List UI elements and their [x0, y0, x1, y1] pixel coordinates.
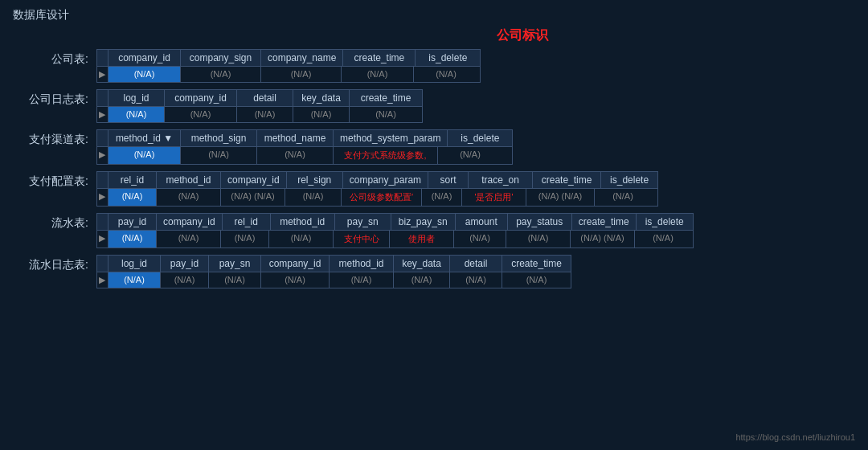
db-table: method_id ▼method_signmethod_namemethod_… — [96, 129, 513, 165]
cell-value: (N/A) — [330, 272, 394, 288]
table-label: 支付配置表: — [16, 171, 96, 189]
cell-value: (N/A) — [108, 231, 157, 248]
cell-value: (N/A) — [157, 189, 221, 206]
cell-value: 支付方式系统级参数, — [334, 147, 438, 164]
column-header: is_delete — [416, 50, 480, 66]
column-header: method_name — [257, 130, 334, 146]
table-label: 支付渠道表: — [16, 129, 96, 147]
column-header: trace_on — [469, 172, 533, 188]
column-header: method_sign — [181, 130, 257, 146]
column-header: key_data — [394, 256, 450, 272]
db-table: log_idcompany_iddetailkey_datacreate_tim… — [96, 89, 423, 123]
column-header: pay_sn — [335, 214, 391, 230]
cell-value: (N/A) (N/A) — [571, 231, 635, 248]
cell-value: '是否启用' — [462, 189, 526, 206]
cell-value: (N/A) — [595, 189, 651, 206]
column-header: biz_pay_sn — [391, 214, 456, 230]
cell-value: (N/A) — [108, 107, 165, 122]
column-header: method_id ▼ — [108, 130, 181, 146]
table-section: 支付配置表:rel_idmethod_idcompany_idrel_signc… — [16, 171, 852, 207]
cell-value: (N/A) (N/A) — [221, 189, 285, 206]
cell-value: (N/A) — [257, 147, 334, 164]
column-header: company_id — [108, 50, 181, 66]
column-header: company_id — [221, 172, 287, 188]
cell-value: (N/A) — [342, 67, 414, 82]
db-table: pay_idcompany_idrel_idmethod_idpay_snbiz… — [96, 213, 694, 248]
column-header: company_id — [165, 90, 237, 106]
cell-value: (N/A) — [181, 67, 261, 82]
cell-value: (N/A) — [157, 231, 221, 248]
footer-url: https://blog.csdn.net/liuzhirou1 — [735, 432, 855, 442]
cell-value: (N/A) — [506, 231, 571, 248]
table-section: 公司日志表:log_idcompany_iddetailkey_datacrea… — [16, 89, 852, 123]
cell-value: (N/A) — [237, 107, 293, 122]
cell-value: (N/A) — [454, 231, 506, 248]
table-label: 流水表: — [16, 213, 96, 231]
table-section: 流水日志表:log_idpay_idpay_sncompany_idmethod… — [16, 255, 852, 288]
cell-value: (N/A) — [414, 67, 478, 82]
page-title: 数据库设计 — [0, 0, 868, 27]
cell-value: (N/A) — [165, 107, 237, 122]
column-header: key_data — [293, 90, 350, 106]
column-header: rel_sign — [287, 172, 343, 188]
column-header: method_id — [330, 256, 394, 272]
cell-value: (N/A) — [221, 231, 269, 248]
column-header: amount — [456, 214, 508, 230]
column-header: company_param — [343, 172, 428, 188]
cell-value: (N/A) — [108, 67, 181, 82]
column-header: company_name — [261, 50, 343, 66]
cell-value: (N/A) — [350, 107, 422, 122]
db-table: log_idpay_idpay_sncompany_idmethod_idkey… — [96, 255, 571, 288]
cell-value: (N/A) — [635, 231, 691, 248]
cell-value: (N/A) — [394, 272, 450, 288]
column-header: pay_sn — [209, 256, 261, 272]
column-header: pay_id — [108, 214, 157, 230]
column-header: sort — [428, 172, 469, 188]
column-header: method_id — [157, 172, 221, 188]
table-label: 流水日志表: — [16, 255, 96, 272]
column-header: create_time — [350, 90, 422, 106]
column-header: company_id — [157, 214, 223, 230]
table-label: 公司表: — [16, 49, 96, 67]
column-header: create_time — [343, 50, 416, 66]
brand-label: 公司标识 — [193, 27, 852, 44]
cell-value: (N/A) — [285, 189, 342, 206]
table-section: 流水表:pay_idcompany_idrel_idmethod_idpay_s… — [16, 213, 852, 248]
cell-value: (N/A) — [209, 272, 261, 288]
cell-value: (N/A) (N/A) — [526, 189, 595, 206]
column-header: company_sign — [181, 50, 261, 66]
table-section: 支付渠道表:method_id ▼method_signmethod_namem… — [16, 129, 852, 165]
column-header: pay_id — [161, 256, 209, 272]
cell-value: 使用者 — [390, 231, 454, 248]
column-header: rel_id — [108, 172, 157, 188]
column-header: method_id — [271, 214, 335, 230]
cell-value: (N/A) — [261, 272, 330, 288]
db-table: company_idcompany_signcompany_namecreate… — [96, 49, 481, 83]
column-header: is_delete — [601, 172, 657, 188]
column-header: detail — [450, 256, 502, 272]
column-header: detail — [237, 90, 293, 106]
column-header: is_delete — [448, 130, 512, 146]
column-header: pay_status — [508, 214, 572, 230]
column-header: rel_id — [223, 214, 271, 230]
cell-value: (N/A) — [108, 189, 157, 206]
cell-value: (N/A) — [422, 189, 462, 206]
column-header: method_system_param — [334, 130, 448, 146]
cell-value: 支付中心 — [334, 231, 390, 248]
cell-value: (N/A) — [293, 107, 350, 122]
column-header: log_id — [108, 256, 161, 272]
cell-value: (N/A) — [181, 147, 257, 164]
cell-value: (N/A) — [108, 147, 181, 164]
cell-value: (N/A) — [269, 231, 334, 248]
column-header: company_id — [261, 256, 330, 272]
table-section: 公司表:company_idcompany_signcompany_namecr… — [16, 49, 852, 83]
cell-value: (N/A) — [450, 272, 502, 288]
table-label: 公司日志表: — [16, 89, 96, 107]
cell-value: (N/A) — [261, 67, 342, 82]
cell-value: (N/A) — [502, 272, 571, 288]
column-header: log_id — [108, 90, 165, 106]
db-table: rel_idmethod_idcompany_idrel_signcompany… — [96, 171, 658, 207]
column-header: create_time — [502, 256, 571, 272]
cell-value: 公司级参数配置' — [342, 189, 422, 206]
column-header: create_time — [533, 172, 601, 188]
